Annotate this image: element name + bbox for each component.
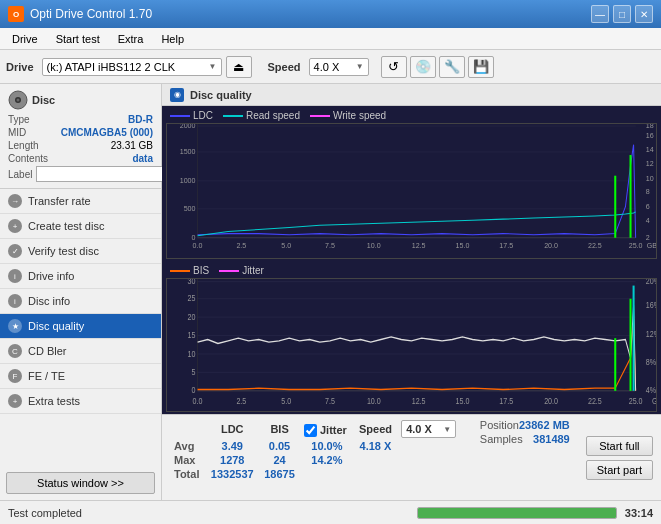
samples-label: Samples [480,433,523,445]
legend-ldc: LDC [170,110,213,121]
close-button[interactable]: ✕ [635,5,653,23]
maximize-button[interactable]: □ [613,5,631,23]
start-full-button[interactable]: Start full [586,436,653,456]
svg-text:20.0: 20.0 [544,242,558,250]
save-button[interactable]: 💾 [468,56,494,78]
svg-text:18: 18 [646,124,654,130]
col-spacer: Jitter [300,419,354,439]
legend-bis-label: BIS [193,265,209,276]
media-button[interactable]: 💿 [410,56,436,78]
stats-speed-dropdown[interactable]: 4.0 X ▼ [401,420,456,438]
chevron-down-icon: ▼ [443,425,451,434]
sidebar-item-disc-quality[interactable]: ★ Disc quality [0,314,161,339]
sidebar-item-cd-bler[interactable]: C CD Bler [0,339,161,364]
jitter-checkbox[interactable] [304,424,317,437]
total-row: Total 1332537 18675 [170,467,464,481]
svg-text:0.0: 0.0 [193,242,203,250]
legend-write-speed-label: Write speed [333,110,386,121]
col-ldc: LDC [205,419,259,439]
refresh-button[interactable]: ↺ [381,56,407,78]
minimize-button[interactable]: — [591,5,609,23]
label-input[interactable] [36,166,169,182]
settings-button[interactable]: 🔧 [439,56,465,78]
mid-label: MID [8,127,26,138]
jitter-checkbox-label[interactable]: Jitter [304,424,347,437]
svg-text:12: 12 [646,160,654,168]
svg-text:7.5: 7.5 [325,242,335,250]
disc-quality-header-icon: ◉ [170,88,184,102]
top-chart-svg: 0 500 1000 1500 2000 0.0 2.5 5.0 7.5 10.… [167,124,656,258]
menu-drive[interactable]: Drive [4,31,46,47]
svg-text:2.5: 2.5 [236,397,246,407]
progress-bar-fill [418,508,616,518]
app-icon: O [8,6,24,22]
disc-info-icon: i [8,294,22,308]
sidebar-item-drive-info[interactable]: i Drive info [0,264,161,289]
stats-table-area: LDC BIS Jitter [162,415,472,500]
create-test-disc-icon: + [8,219,22,233]
app-title: Opti Drive Control 1.70 [30,7,152,21]
chevron-down-icon: ▼ [209,62,217,71]
ldc-color [170,115,190,117]
svg-text:5.0: 5.0 [281,397,291,407]
disc-header-label: Disc [32,94,55,106]
svg-text:20: 20 [188,312,196,322]
eject-button[interactable]: ⏏ [226,56,252,78]
type-label: Type [8,114,30,125]
sidebar-item-transfer-rate[interactable]: → Transfer rate [0,189,161,214]
svg-text:1500: 1500 [180,148,196,156]
svg-text:2: 2 [646,234,650,242]
write-speed-color [310,115,330,117]
status-text: Test completed [8,507,409,519]
stats-table: LDC BIS Jitter [170,419,464,481]
speed-label: Speed [268,61,301,73]
svg-text:17.5: 17.5 [499,397,513,407]
svg-text:0: 0 [192,234,196,242]
status-window-button[interactable]: Status window >> [6,472,155,494]
menu-help[interactable]: Help [153,31,192,47]
sidebar-item-extra-tests[interactable]: + Extra tests [0,389,161,414]
sidebar-item-create-test-disc[interactable]: + Create test disc [0,214,161,239]
toolbar-icons: ↺ 💿 🔧 💾 [381,56,494,78]
legend-write-speed: Write speed [310,110,386,121]
fe-te-icon: F [8,369,22,383]
main-layout: Disc Type BD-R MID CMCMAGBA5 (000) Lengt… [0,84,661,500]
drive-dropdown[interactable]: (k:) ATAPI iHBS112 2 CLK ▼ [42,58,222,76]
avg-row: Avg 3.49 0.05 10.0% 4.18 X [170,439,464,453]
svg-point-2 [17,99,20,102]
menu-extra[interactable]: Extra [110,31,152,47]
svg-text:GB: GB [647,242,656,250]
col-speed-select: 4.0 X ▼ [397,419,464,439]
col-speed: Speed [354,419,397,439]
bottom-chart-legend: BIS Jitter [166,263,657,278]
progress-bar [417,507,617,519]
svg-text:22.5: 22.5 [588,242,602,250]
content-area: ◉ Disc quality LDC Read speed Write spee… [162,84,661,500]
svg-text:14: 14 [646,146,654,154]
transfer-rate-icon: → [8,194,22,208]
svg-text:12.5: 12.5 [412,397,426,407]
svg-text:12.5: 12.5 [412,242,426,250]
legend-read-speed: Read speed [223,110,300,121]
disc-svg-icon [8,90,28,110]
svg-text:10: 10 [646,175,654,183]
status-bar: Test completed 33:14 [0,500,661,524]
svg-text:1000: 1000 [180,177,196,185]
disc-info-panel: Disc Type BD-R MID CMCMAGBA5 (000) Lengt… [0,84,161,189]
read-speed-color [223,115,243,117]
start-part-button[interactable]: Start part [586,460,653,480]
top-chart: 0 500 1000 1500 2000 0.0 2.5 5.0 7.5 10.… [166,123,657,259]
length-value: 23.31 GB [111,140,153,151]
cd-bler-icon: C [8,344,22,358]
svg-text:5: 5 [192,368,196,378]
bottom-chart-svg: 0 5 10 15 20 25 30 0.0 2.5 5.0 [167,279,656,411]
type-value: BD-R [128,114,153,125]
contents-label: Contents [8,153,48,164]
speed-dropdown[interactable]: 4.0 X ▼ [309,58,369,76]
col-bis: BIS [259,419,300,439]
sidebar-item-fe-te[interactable]: F FE / TE [0,364,161,389]
sidebar-item-verify-test-disc[interactable]: ✓ Verify test disc [0,239,161,264]
sidebar-item-disc-info[interactable]: i Disc info [0,289,161,314]
menu-start-test[interactable]: Start test [48,31,108,47]
charts-container: LDC Read speed Write speed [162,106,661,414]
